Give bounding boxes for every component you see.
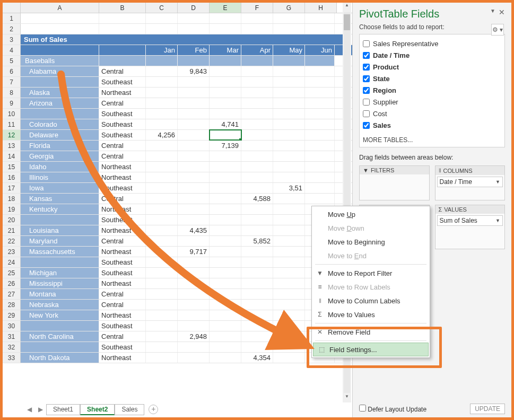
field-checkbox-row[interactable]: Date / Time (363, 49, 501, 61)
data-cell[interactable] (210, 109, 241, 119)
data-cell[interactable] (241, 141, 273, 151)
data-cell[interactable] (178, 109, 210, 119)
table-row[interactable]: 31North CarolinaCentral2,948 (3, 331, 353, 342)
data-cell[interactable] (241, 331, 273, 342)
region-cell[interactable]: Southeast (99, 183, 146, 193)
data-cell[interactable] (305, 172, 335, 182)
data-cell[interactable] (178, 268, 210, 278)
data-cell[interactable] (210, 353, 241, 363)
data-cell[interactable] (146, 88, 178, 98)
data-cell[interactable] (210, 98, 241, 108)
data-cell[interactable] (146, 66, 178, 76)
panel-close-icon[interactable]: ✕ (499, 8, 505, 16)
col-header-E[interactable]: E (210, 3, 241, 13)
row-header[interactable]: 17 (3, 183, 21, 193)
data-cell[interactable] (273, 278, 305, 288)
region-cell[interactable]: Southeast (99, 109, 146, 119)
table-row[interactable]: 26MississippiNortheast (3, 278, 353, 289)
month-header[interactable]: Jan (146, 45, 178, 55)
data-cell[interactable] (210, 66, 241, 76)
data-cell[interactable] (146, 183, 178, 193)
data-cell[interactable] (178, 141, 210, 151)
state-cell[interactable]: Florida (21, 141, 99, 151)
state-cell[interactable]: New York (21, 310, 99, 320)
state-cell[interactable]: Colorado (21, 119, 99, 129)
table-row[interactable]: 20Southeast (3, 215, 353, 225)
data-cell[interactable] (210, 268, 241, 278)
menu-item[interactable]: ⦀Move to Column Labels (312, 294, 430, 308)
field-checkbox[interactable] (363, 87, 370, 94)
state-cell[interactable]: Kentucky (21, 204, 99, 214)
data-cell[interactable] (210, 215, 241, 225)
data-cell[interactable] (273, 204, 305, 214)
data-cell[interactable] (146, 119, 178, 129)
region-cell[interactable]: Southeast (99, 321, 146, 331)
field-checkbox-row[interactable]: Product (363, 61, 501, 73)
region-cell[interactable]: Southeast (99, 130, 146, 140)
data-cell[interactable] (210, 331, 241, 342)
data-cell[interactable] (146, 300, 178, 310)
data-cell[interactable]: 4,741 (210, 119, 241, 129)
state-cell[interactable]: Alaska (21, 88, 99, 98)
pivot-header[interactable]: Sum of Sales (21, 34, 345, 45)
month-header[interactable]: Jun (305, 45, 335, 55)
data-cell[interactable] (146, 289, 178, 299)
row-header[interactable]: 10 (3, 109, 21, 119)
region-cell[interactable]: Northeast (99, 88, 146, 98)
region-cell[interactable]: Southeast (99, 77, 146, 87)
data-cell[interactable] (241, 300, 273, 310)
data-cell[interactable] (305, 66, 335, 76)
data-cell[interactable] (210, 88, 241, 98)
menu-item[interactable]: ▼Move to Report Filter (312, 266, 430, 280)
region-cell[interactable]: Central (99, 66, 146, 76)
region-cell[interactable]: Northeast (99, 204, 146, 214)
data-cell[interactable] (305, 88, 335, 98)
table-row[interactable]: 21LouisianaNortheast4,435 (3, 225, 353, 236)
data-cell[interactable] (146, 194, 178, 204)
table-row[interactable]: 4JanFebMarAprMayJun (3, 45, 353, 56)
row-header[interactable]: 7 (3, 77, 21, 87)
table-row[interactable]: 27MontanaCentral (3, 289, 353, 300)
row-header[interactable]: 15 (3, 162, 21, 172)
data-cell[interactable] (273, 236, 305, 246)
col-header-H[interactable]: H (305, 3, 337, 13)
row-header[interactable]: 5 (3, 56, 21, 66)
row-header[interactable]: 14 (3, 151, 21, 161)
data-cell[interactable] (241, 77, 273, 87)
values-area[interactable]: ΣVALUES Sum of Sales▼ (435, 205, 506, 249)
more-tables-link[interactable]: MORE TABLES... (363, 136, 501, 144)
data-cell[interactable] (178, 194, 210, 204)
menu-item[interactable]: Move to Beginning (312, 235, 430, 249)
table-row[interactable]: 11ColoradoSoutheast4,741 (3, 119, 353, 130)
data-cell[interactable] (273, 247, 305, 257)
data-cell[interactable] (210, 194, 241, 204)
state-cell[interactable]: Alabama (21, 66, 99, 76)
table-row[interactable]: 10Southeast (3, 109, 353, 119)
month-header[interactable]: May (273, 45, 305, 55)
region-cell[interactable]: Central (99, 289, 146, 299)
state-cell[interactable]: Arizona (21, 98, 99, 108)
data-cell[interactable]: 4,588 (241, 194, 273, 204)
region-cell[interactable]: Central (99, 141, 146, 151)
columns-area[interactable]: ⦀COLUMNS Date / Time▼ (435, 165, 506, 200)
region-cell[interactable]: Northeast (99, 278, 146, 288)
update-button[interactable]: UPDATE (470, 404, 505, 414)
month-header[interactable]: Mar (210, 45, 241, 55)
data-cell[interactable] (210, 257, 241, 267)
state-cell[interactable]: Iowa (21, 183, 99, 193)
table-row[interactable]: 6AlabamaCentral9,843 (3, 66, 353, 77)
data-cell[interactable] (273, 194, 305, 204)
data-cell[interactable] (178, 130, 210, 140)
data-cell[interactable]: 9,843 (178, 66, 210, 76)
row-header[interactable]: 18 (3, 194, 21, 204)
region-cell[interactable]: Central (99, 236, 146, 246)
data-cell[interactable] (178, 151, 210, 161)
data-cell[interactable] (146, 141, 178, 151)
data-cell[interactable] (241, 289, 273, 299)
row-header[interactable]: 1 (3, 13, 21, 23)
row-header[interactable]: 6 (3, 66, 21, 76)
filters-area[interactable]: ▼FILTERS (359, 165, 430, 200)
field-list[interactable]: Sales RepresentativeDate / TimeProductSt… (359, 34, 505, 147)
data-cell[interactable] (178, 88, 210, 98)
data-cell[interactable] (146, 151, 178, 161)
